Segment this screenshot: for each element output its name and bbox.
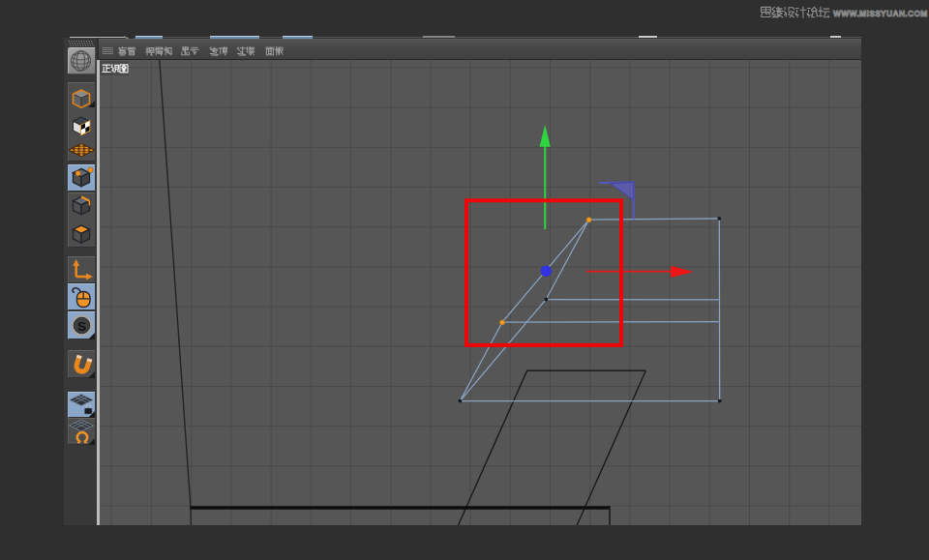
svg-text:S: S [76,319,85,334]
